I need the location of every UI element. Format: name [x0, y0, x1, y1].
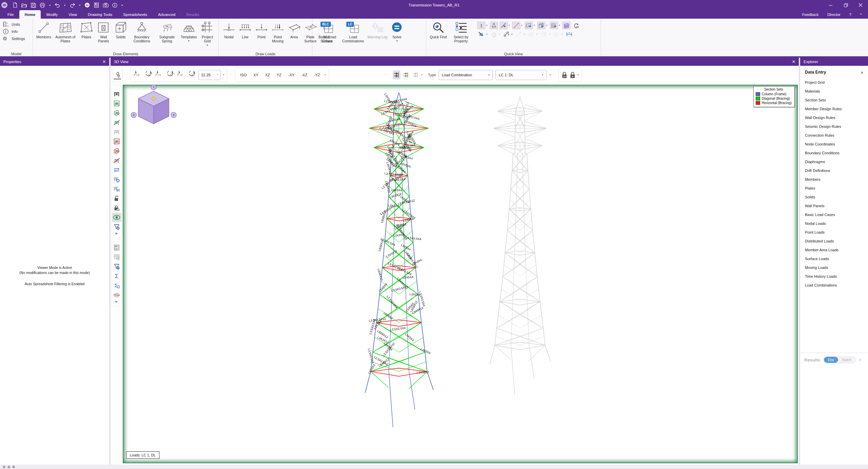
sum-partial-icon[interactable]: Σ [112, 281, 121, 290]
sum-icon[interactable]: Σ [112, 271, 121, 281]
view-xy-button[interactable]: XY [251, 71, 261, 79]
ribbon-button-quick-find[interactable]: Quick Find [428, 20, 448, 39]
tab-results[interactable]: Results [181, 10, 205, 19]
view-yz-button[interactable]: YZ [274, 71, 284, 79]
box-deselect-icon[interactable] [112, 137, 121, 146]
close-button[interactable] [853, 0, 868, 10]
chevron-down-icon[interactable]: ▾ [523, 33, 526, 36]
minimize-button[interactable] [823, 0, 838, 10]
explorer-item-materials[interactable]: Materials [800, 87, 868, 96]
ribbon-button-select-by-property[interactable]: Select by Property [448, 20, 474, 44]
explorer-item-solids[interactable]: Solids [800, 193, 868, 201]
ribbon-button-basic-load-cases[interactable]: BLCBasic Load Cases [314, 20, 340, 44]
ribbon-button-info[interactable]: Info [2, 28, 31, 35]
filter-selection-icon[interactable] [112, 222, 121, 232]
ribbon-button-boundary-conditions[interactable]: Boundary Conditions [129, 20, 155, 44]
explorer-item-nodal-loads[interactable]: Nodal Loads [800, 219, 868, 228]
save-selection-icon[interactable] [112, 184, 121, 194]
chevron-down-icon[interactable]: ▾ [533, 24, 536, 27]
ribbon-button-load-combinations[interactable]: LCLoad Combinations [340, 20, 366, 44]
ribbon-button-members[interactable]: Members [35, 20, 53, 39]
block-icon[interactable] [84, 1, 91, 9]
rotate-minus-z-button[interactable]: -Z [188, 71, 196, 79]
tabrow-director[interactable]: Director [827, 13, 841, 17]
print-icon[interactable] [39, 1, 46, 9]
ribbon-button-subgrade-spring[interactable]: Subgrade Spring [155, 20, 179, 44]
explorer-item-surface-loads[interactable]: Surface Loads [800, 254, 868, 263]
tab-drawing-tools[interactable]: Drawing Tools [82, 10, 118, 19]
camera-icon[interactable] [102, 1, 109, 9]
explorer-item-member-design-rules[interactable]: Member Design Rules [800, 104, 868, 113]
polygon-deselect-icon[interactable] [112, 146, 121, 156]
load-type-select[interactable]: Load Combination∨ [439, 70, 493, 80]
rotate-minus-x-button[interactable]: -X [144, 71, 153, 79]
toggle-refresh-view-icon[interactable] [572, 22, 580, 29]
explorer-item-load-combinations[interactable]: Load Combinations [800, 281, 868, 290]
lock-2d-icon[interactable]: 2D [561, 71, 567, 79]
toggle-node-label-icon[interactable]: N▾ [477, 31, 488, 38]
ribbon-button-project-grid[interactable]: Project Grid▾ [198, 20, 217, 47]
toggle-dimension-icon[interactable]: x [565, 31, 573, 38]
explorer-item-section-sets[interactable]: Section Sets [800, 96, 868, 104]
ribbon-button-wall-panels[interactable]: Wall Panels [95, 20, 113, 44]
undo-icon[interactable] [54, 1, 61, 9]
lock-unselected-icon[interactable] [112, 203, 121, 213]
chevron-down-icon[interactable]: ▾ [510, 33, 513, 36]
rotate-plusminus-z-button[interactable]: +Z [177, 71, 186, 79]
drag-handle-icon[interactable]: ···· [114, 86, 119, 89]
chevron-down-icon[interactable]: ▾ [536, 33, 538, 36]
ribbon-button-point[interactable]: Point [253, 20, 270, 39]
data-entry-section[interactable]: Data Entry ∧ [800, 66, 868, 78]
rotation-angle-input[interactable]: 11.25° [198, 70, 221, 80]
criteria-select-icon[interactable] [112, 127, 121, 137]
expand-icon[interactable]: ▶ [116, 300, 118, 305]
expand-icon[interactable]: ▶ [116, 232, 118, 237]
ribbon-button-templates[interactable]: Templates▾ [179, 20, 198, 43]
chevron-down-icon[interactable]: ▾ [421, 73, 423, 76]
toggle-wall-ghost-icon[interactable]: ▾ [553, 31, 563, 38]
loads-toggle-icon[interactable] [393, 71, 400, 79]
redo-icon[interactable] [69, 1, 76, 9]
explorer-item-node-coordinates[interactable]: Node Coordinates [800, 140, 868, 149]
toggle-node-path-icon[interactable]: ▾ [502, 31, 513, 38]
chevron-down-icon[interactable]: ▾ [396, 39, 398, 42]
chevron-down-icon[interactable]: ▾ [548, 33, 551, 36]
drag-handle-icon[interactable]: ···· [114, 240, 119, 243]
explorer-item-moving-loads[interactable]: Moving Loads [800, 263, 868, 272]
box-select-icon[interactable] [112, 99, 121, 108]
explorer-item-wall-panels[interactable]: Wall Panels [800, 201, 868, 210]
tab-advanced[interactable]: Advanced [153, 10, 181, 19]
loads-colored-toggle-icon[interactable] [402, 71, 410, 79]
chevron-down-icon[interactable]: ▾ [545, 24, 548, 27]
chevron-down-icon[interactable]: ▾ [498, 33, 501, 36]
explorer-item-connection-rules[interactable]: Connection Rules [800, 131, 868, 140]
save-icon[interactable] [30, 1, 37, 9]
toggle-member-ghost-icon[interactable]: ▾ [515, 31, 526, 38]
view-iso-button[interactable]: ISO [238, 71, 249, 79]
wrench-icon[interactable] [114, 71, 121, 79]
tab-view[interactable]: View [63, 10, 82, 19]
explorer-item-basic-load-cases[interactable]: Basic Load Cases [800, 210, 868, 219]
ribbon-button-point-moving[interactable]: Point Moving [270, 20, 286, 44]
result-diagram-icon[interactable] [112, 290, 121, 300]
rotate-plusminus-x-button[interactable]: +X [133, 71, 142, 79]
ribbon-button-solids[interactable]: Solids [113, 20, 129, 39]
explorer-item-members[interactable]: Members [800, 175, 868, 184]
chevron-down-icon[interactable]: ▾ [558, 24, 561, 27]
toggle-rotate-icon[interactable]: ▾ [490, 31, 501, 38]
chevron-down-icon[interactable]: ▾ [207, 44, 208, 47]
toggle-plate-tag-icon[interactable]: ▾ [525, 22, 536, 29]
ribbon-button-line[interactable]: Line [237, 20, 253, 39]
polygon-select-icon[interactable] [112, 108, 121, 118]
explorer-item-plates[interactable]: Plates [800, 184, 868, 193]
explorer-item-project-grid[interactable]: Project Grid [800, 78, 868, 87]
env-option[interactable]: Env [824, 357, 838, 363]
toggle-boundary-sm-icon[interactable] [490, 22, 498, 29]
ribbon-button-area[interactable]: Area [286, 20, 302, 39]
spreadsheet-icon[interactable] [112, 252, 121, 262]
chevron-down-icon[interactable]: ▾ [485, 24, 488, 27]
tab-spreadsheets[interactable]: Spreadsheets [118, 10, 153, 19]
invert-selection-icon[interactable] [112, 165, 121, 175]
about-icon[interactable] [111, 1, 118, 9]
print-chevron-icon[interactable]: ▾ [48, 4, 52, 7]
